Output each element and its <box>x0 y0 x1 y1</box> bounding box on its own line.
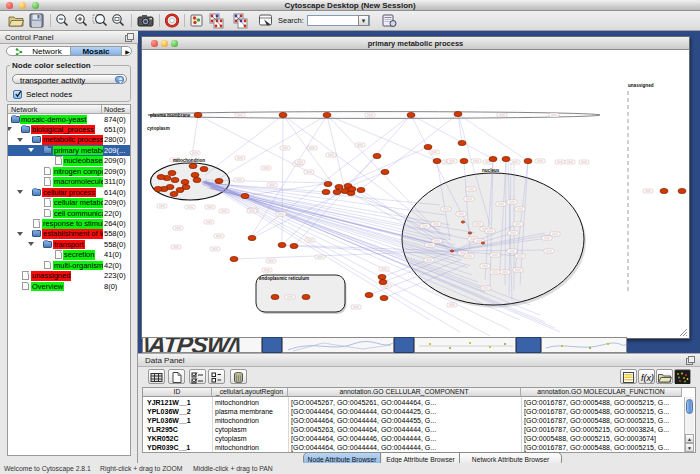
svg-text:nucleus: nucleus <box>482 168 500 173</box>
svg-text:mitochondrion: mitochondrion <box>173 158 205 163</box>
svg-text:cytoplasm: cytoplasm <box>147 126 170 131</box>
svg-text:unassigned: unassigned <box>628 83 654 88</box>
svg-text:f(x): f(x) <box>641 373 654 383</box>
svg-text:plasma membrane: plasma membrane <box>150 113 191 118</box>
svg-text:endoplasmic reticulum: endoplasmic reticulum <box>259 276 309 281</box>
